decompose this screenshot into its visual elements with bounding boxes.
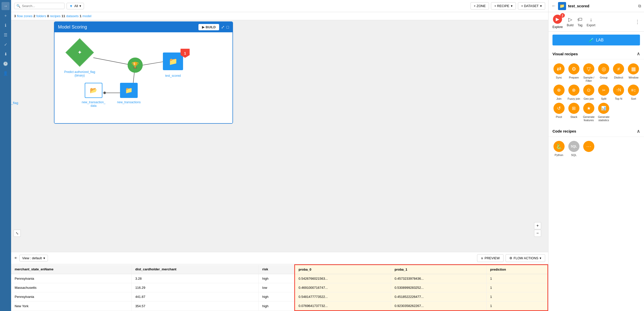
table-row: Pennsylvania441.87high0.5481477773522...… <box>11 292 548 301</box>
view-caret: ▾ <box>43 256 45 260</box>
sidebar-clock-icon[interactable]: 🕐 <box>2 60 10 68</box>
recipe-group[interactable]: ◎ Group <box>597 63 610 83</box>
sidebar-check-icon[interactable]: ✓ <box>2 40 10 48</box>
table-cell: 0.5426766021563... <box>295 274 391 283</box>
zoom-out-button[interactable]: − <box>534 230 541 237</box>
node-dataset-label: test_scored <box>160 74 186 77</box>
play-icon: ▶ <box>202 25 204 29</box>
search-box[interactable]: 🔍 <box>14 3 65 9</box>
table-cell: Massachusetts <box>11 283 132 292</box>
build-button[interactable]: ▶ BUILD <box>198 24 219 30</box>
recipe-more-code[interactable]: ⋯ <box>582 141 595 157</box>
table-cell: Pennsylvania <box>11 274 132 283</box>
table-cell: 1 <box>486 292 548 301</box>
trophy-icon: 🏆 <box>131 62 139 69</box>
table-cell: 0.0769641737732... <box>295 301 391 311</box>
node-trophy[interactable]: 🏆 <box>128 58 143 73</box>
folders-count: 2 <box>34 14 35 18</box>
recipe-window[interactable]: ▦ Window <box>627 63 640 83</box>
panel-copy-icon[interactable]: ⧉ <box>638 4 641 8</box>
node-dataset-blue[interactable]: 📁 <box>163 53 183 70</box>
lab-button[interactable]: 🧪 LAB <box>552 35 640 45</box>
recipe-fuzzy-join[interactable]: ⊗ Fuzzy join <box>567 85 580 100</box>
sidebar-download-icon[interactable]: ⬇ <box>2 50 10 58</box>
model-count: 1 <box>80 14 81 18</box>
folders-link[interactable]: folders <box>36 14 46 18</box>
expand-button[interactable]: ⤢ <box>221 25 224 30</box>
code-recipes-toggle[interactable]: ∧ <box>637 128 640 134</box>
recipe-pivot[interactable]: ↺ Pivot <box>552 103 565 122</box>
recipe-sample-filter[interactable]: ▽ Sample / Filter <box>582 63 595 83</box>
recipe-geo-join[interactable]: ⊙ Geo join <box>582 85 595 100</box>
sidebar-user-icon[interactable]: 👤 <box>2 69 10 77</box>
recipe-stack[interactable]: ⊞ Stack <box>567 103 580 122</box>
visual-recipes-section-header: Visual recipes ∧ <box>548 48 644 59</box>
zoom-controls: + − <box>534 222 541 237</box>
search-input[interactable] <box>22 4 60 8</box>
panel-tag-action[interactable]: 🏷 Tag <box>577 17 582 27</box>
panel-back-arrow[interactable]: ← <box>551 3 556 9</box>
node-model[interactable]: ✦ <box>65 38 94 67</box>
node-folder-blue[interactable]: 📁 <box>120 83 138 98</box>
panel-build-action[interactable]: ▷ Build <box>567 16 574 27</box>
recipe-split[interactable]: ✂ Split <box>597 85 610 100</box>
recipe-sort[interactable]: ≡↕ Sort <box>627 85 640 100</box>
table-cell: 1 <box>486 283 548 292</box>
panel-explore-action[interactable]: ▶ 2 Explore <box>552 15 563 29</box>
filter-dropdown[interactable]: ▼ All ▾ <box>67 3 84 9</box>
view-bar: 👁 View : default ▾ ∨ PREVIEW ⚙ FLOW ACTI… <box>11 252 548 264</box>
code-recipes-section-header: Code recipes ∧ <box>548 126 644 137</box>
recipe-btn[interactable]: + RECIPE <box>491 2 516 10</box>
model-star-icon: ✦ <box>77 49 82 56</box>
view-select[interactable]: View : default ▾ <box>19 255 48 262</box>
datasets-link[interactable]: datasets <box>66 14 79 18</box>
sidebar-plus-icon[interactable]: ＋ <box>2 12 10 20</box>
visual-recipes-toggle[interactable]: ∧ <box>637 51 640 57</box>
node-folder-outline[interactable]: 📂 <box>85 83 102 98</box>
visual-recipes-label: Visual recipes <box>552 52 578 56</box>
search-icon: 🔍 <box>16 4 20 8</box>
datasets-count: 11 <box>62 14 65 18</box>
recipe-prepare[interactable]: ⚙ Prepare <box>567 63 580 83</box>
data-table: merchant_state_enName dist_cardholder_me… <box>11 264 548 311</box>
panel-more-action[interactable]: ⋮ <box>635 19 640 25</box>
recipe-python[interactable]: 🐍 Python <box>552 141 565 157</box>
recipe-sql[interactable]: SQL SQL <box>567 141 580 157</box>
zone-btn[interactable]: + ZONE <box>471 2 489 10</box>
table-cell: 0.5481477773522... <box>295 292 391 301</box>
tag-label: Tag <box>578 23 582 27</box>
explore-badge: 2 <box>560 13 565 18</box>
sidebar-list-icon[interactable]: ☰ <box>2 31 10 39</box>
svg-point-3 <box>103 92 106 94</box>
flow-actions-caret: ▾ <box>540 256 541 260</box>
flow-zones-link[interactable]: flow zones <box>17 14 32 18</box>
flag-label: _flag <box>11 101 18 105</box>
recipe-join[interactable]: ⊕ Join <box>552 85 565 100</box>
group-icon: ◎ <box>598 63 609 74</box>
table-cell: high <box>259 274 295 283</box>
node-folder-label: new_transaction_ data <box>75 100 112 108</box>
generate-statistics-icon: 📊 <box>598 103 609 114</box>
sidebar-info-icon[interactable]: ℹ <box>2 21 10 29</box>
tag-icon: 🏷 <box>577 17 582 22</box>
dataset-btn[interactable]: + DATASET <box>518 2 545 10</box>
canvas-expand-button[interactable]: ⤡ <box>14 230 21 237</box>
recipe-sync[interactable]: ⇄ Sync <box>552 63 565 83</box>
minimize-button[interactable]: □ <box>226 25 229 30</box>
panel-title: test_scored <box>568 4 636 8</box>
generate-features-icon: ★ <box>583 103 594 114</box>
table-cell: 441.87 <box>132 292 259 301</box>
flow-actions-button[interactable]: ⚙ FLOW ACTIONS ▾ <box>506 254 545 262</box>
recipe-generate-statistics[interactable]: 📊 Generate statistics <box>597 103 610 122</box>
preview-button[interactable]: ∨ PREVIEW <box>477 254 504 262</box>
recipe-top-n[interactable]: ↑N Top N <box>612 85 625 100</box>
panel-export-action[interactable]: ↓ Export <box>587 17 595 27</box>
recipe-distinct[interactable]: ≠ Distinct <box>612 63 625 83</box>
dataset-folder-icon: 📁 <box>169 57 178 66</box>
sidebar-arrow-icon[interactable]: → <box>2 2 10 10</box>
zoom-in-button[interactable]: + <box>534 222 541 229</box>
recipe-generate-features[interactable]: ★ Generate features <box>582 103 595 122</box>
recipes-link[interactable]: recipes <box>50 14 61 18</box>
visual-recipes-grid: ⇄ Sync ⚙ Prepare ▽ Sample / Filter ◎ Gro… <box>548 59 644 126</box>
model-link[interactable]: model <box>82 14 91 18</box>
